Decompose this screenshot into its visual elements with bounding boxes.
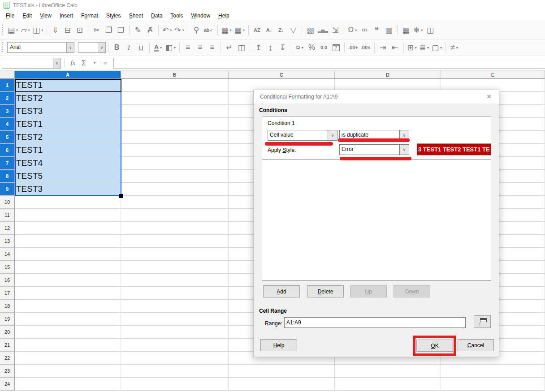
column-header-D[interactable]: D: [335, 71, 441, 79]
shrink-button[interactable]: ↑: [474, 315, 491, 328]
caret-down-icon[interactable]: ▾: [89, 58, 100, 69]
row-header-15[interactable]: 15: [0, 261, 15, 274]
row-header-2[interactable]: 2: [0, 92, 15, 105]
border-color-icon[interactable]: ▢▾: [431, 41, 443, 54]
cell-B7[interactable]: [121, 157, 229, 170]
autofilter-icon[interactable]: ▽: [288, 24, 299, 36]
font-color-icon[interactable]: A▾: [152, 41, 164, 54]
row-icon[interactable]: ▦▾: [221, 24, 233, 36]
conditional-formatting-icon[interactable]: ≠▾: [449, 41, 460, 54]
clone-formatting-icon[interactable]: ✎: [132, 24, 143, 36]
row-header-18[interactable]: 18: [0, 300, 15, 313]
cell-A8[interactable]: TEST5: [15, 170, 121, 183]
cell-B24[interactable]: [121, 378, 229, 391]
open-folder-icon[interactable]: ▱▾: [20, 24, 31, 36]
save-icon[interactable]: ◫▾: [32, 24, 44, 36]
align-bottom-icon[interactable]: ↧: [277, 41, 288, 54]
cell-A11[interactable]: [15, 209, 121, 222]
format-number-icon[interactable]: 0.0: [318, 41, 329, 54]
border-style-icon[interactable]: ≣▾: [419, 41, 430, 54]
cell-A3[interactable]: TEST3: [15, 105, 121, 118]
delete-button[interactable]: Delete: [307, 285, 344, 297]
decrease-indent-icon[interactable]: ⇤: [389, 41, 401, 54]
cell-B9[interactable]: [121, 183, 229, 196]
cell-B4[interactable]: [121, 118, 229, 131]
clear-formatting-icon[interactable]: Ⱥ: [144, 24, 156, 36]
cell-B16[interactable]: [121, 274, 229, 287]
menu-format[interactable]: Format: [77, 13, 102, 19]
font-name-combobox[interactable]: Arial ∨: [7, 42, 74, 53]
bold-icon[interactable]: B: [111, 41, 122, 54]
menu-insert[interactable]: Insert: [56, 13, 77, 19]
cell-B22[interactable]: [121, 352, 229, 365]
format-percent-icon[interactable]: %: [306, 41, 317, 54]
cell-C23[interactable]: [229, 365, 335, 378]
cell-A21[interactable]: [15, 339, 121, 352]
row-header-17[interactable]: 17: [0, 287, 15, 300]
cell-A10[interactable]: [15, 196, 121, 209]
cell-C24[interactable]: [229, 378, 335, 391]
row-header-3[interactable]: 3: [0, 105, 15, 118]
cell-A20[interactable]: [15, 326, 121, 339]
formula-input[interactable]: [113, 58, 545, 69]
chevron-down-icon[interactable]: ∨: [399, 145, 409, 155]
cell-B23[interactable]: [121, 365, 229, 378]
add-button[interactable]: Add: [263, 285, 300, 297]
row-header-20[interactable]: 20: [0, 326, 15, 339]
row-header-22[interactable]: 22: [0, 352, 15, 365]
column-header-E[interactable]: E: [441, 71, 545, 79]
sort-descending-icon[interactable]: Z↓: [276, 24, 287, 36]
comment-icon[interactable]: ❝: [371, 24, 382, 36]
toolbar-grip[interactable]: [2, 42, 3, 53]
redo-icon[interactable]: ↷▾: [173, 24, 185, 36]
cell-A12[interactable]: [15, 222, 121, 235]
cell-A14[interactable]: [15, 248, 121, 261]
row-header-10[interactable]: 10: [0, 196, 15, 209]
header-footer-icon[interactable]: ▥: [383, 24, 394, 36]
row-header-6[interactable]: 6: [0, 144, 15, 157]
cell-E24[interactable]: [441, 378, 545, 391]
row-header-1[interactable]: 1: [0, 79, 15, 92]
delete-decimal-icon[interactable]: .00×: [360, 41, 372, 54]
cell-A18[interactable]: [15, 300, 121, 313]
row-header-19[interactable]: 19: [0, 313, 15, 326]
range-input[interactable]: [284, 317, 466, 328]
new-document-icon[interactable]: ▤▾: [7, 24, 19, 36]
condition-type-dropdown[interactable]: Cell value ∨: [268, 130, 337, 141]
italic-icon[interactable]: I: [123, 41, 134, 54]
cell-B13[interactable]: [121, 235, 229, 248]
cell-A24[interactable]: [15, 378, 121, 391]
menu-styles[interactable]: Styles: [102, 13, 125, 19]
borders-icon[interactable]: ⊞▾: [407, 41, 418, 54]
cell-D24[interactable]: [335, 378, 441, 391]
column-header-C[interactable]: C: [229, 71, 335, 79]
add-decimal-icon[interactable]: .00+: [347, 41, 359, 54]
cancel-button[interactable]: Cancel: [458, 339, 494, 351]
cell-A19[interactable]: [15, 313, 121, 326]
underline-icon[interactable]: U: [135, 41, 147, 54]
cell-B15[interactable]: [121, 261, 229, 274]
fill-handle[interactable]: [119, 194, 123, 198]
cell-B8[interactable]: [121, 170, 229, 183]
print-preview-icon[interactable]: ⊡: [74, 24, 85, 36]
condition-operator-dropdown[interactable]: is duplicate ∨: [339, 130, 409, 141]
align-top-icon[interactable]: ↥: [253, 41, 264, 54]
cell-A9[interactable]: TEST3: [15, 183, 121, 196]
insert-chart-icon[interactable]: ▂▅▃: [317, 24, 329, 36]
hyperlink-icon[interactable]: ∞: [359, 24, 370, 36]
cell-A15[interactable]: [15, 261, 121, 274]
menu-data[interactable]: Data: [147, 13, 166, 19]
freeze-panes-icon[interactable]: ❄▾: [412, 24, 424, 36]
sort-icon[interactable]: AZ: [251, 24, 263, 36]
align-right-icon[interactable]: ≡: [207, 41, 218, 54]
align-left-icon[interactable]: ≡: [182, 41, 194, 54]
row-header-4[interactable]: 4: [0, 118, 15, 131]
dialog-title-bar[interactable]: Conditional Formatting for A1:A9: [254, 90, 499, 103]
equals-icon[interactable]: =: [100, 58, 111, 69]
cell-B3[interactable]: [121, 105, 229, 118]
cell-A5[interactable]: TEST2: [15, 131, 121, 144]
row-header-13[interactable]: 13: [0, 235, 15, 248]
cell-B21[interactable]: [121, 339, 229, 352]
menu-edit[interactable]: Edit: [18, 13, 36, 19]
row-header-8[interactable]: 8: [0, 170, 15, 183]
